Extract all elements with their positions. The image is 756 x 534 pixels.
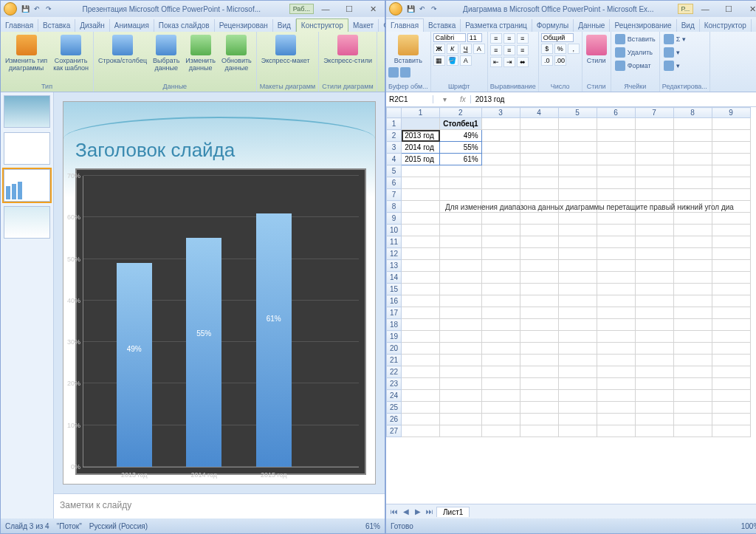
- maximize-button[interactable]: ☐: [340, 4, 358, 14]
- cell[interactable]: [520, 402, 558, 414]
- cell[interactable]: [635, 236, 673, 248]
- cell[interactable]: [520, 414, 558, 425]
- tab-design[interactable]: Дизайн: [75, 19, 110, 32]
- undo-icon[interactable]: ↶: [417, 4, 427, 14]
- row-header[interactable]: 11: [387, 236, 402, 248]
- cell[interactable]: [597, 295, 635, 307]
- font-color-button[interactable]: A: [460, 55, 472, 66]
- col-header[interactable]: 9: [712, 108, 750, 118]
- cell[interactable]: [712, 213, 750, 225]
- row-header[interactable]: 26: [387, 414, 402, 425]
- edit-data-button[interactable]: Изменить данные: [184, 33, 217, 83]
- refresh-data-button[interactable]: Обновить данные: [220, 33, 253, 83]
- cell[interactable]: [440, 177, 482, 189]
- cell[interactable]: [673, 272, 712, 284]
- slide-thumb-3[interactable]: 3: [4, 169, 50, 202]
- cell[interactable]: 49%: [440, 130, 482, 142]
- cell[interactable]: [558, 402, 597, 414]
- cell[interactable]: [440, 307, 482, 319]
- cell[interactable]: [481, 402, 520, 414]
- row-header[interactable]: 14: [387, 272, 402, 284]
- formula-input[interactable]: 2013 год: [471, 95, 756, 103]
- cell[interactable]: [597, 272, 635, 284]
- cell[interactable]: [712, 236, 750, 248]
- col-header[interactable]: 8: [673, 108, 712, 118]
- cell[interactable]: [402, 343, 440, 355]
- cell[interactable]: [520, 295, 558, 307]
- cell[interactable]: [597, 225, 635, 236]
- cell[interactable]: [712, 402, 750, 414]
- cell[interactable]: [440, 402, 482, 414]
- cell[interactable]: [402, 390, 440, 402]
- cell[interactable]: [402, 307, 440, 319]
- cell[interactable]: [481, 189, 520, 201]
- cell[interactable]: [597, 189, 635, 201]
- border-button[interactable]: ▦: [433, 55, 445, 66]
- tab-review[interactable]: Рецензирование: [610, 19, 676, 32]
- autosum-button[interactable]: Σ ▾: [662, 33, 707, 45]
- font-size[interactable]: 11: [467, 33, 482, 42]
- cell[interactable]: [481, 225, 520, 236]
- cell[interactable]: [712, 355, 750, 366]
- cell[interactable]: [635, 130, 673, 142]
- cell[interactable]: [712, 118, 750, 130]
- font-grow-icon[interactable]: A: [473, 44, 485, 54]
- row-header[interactable]: 20: [387, 343, 402, 355]
- underline-button[interactable]: Ч: [460, 44, 472, 54]
- cell[interactable]: [402, 272, 440, 284]
- cell[interactable]: Столбец1: [440, 118, 482, 130]
- cell[interactable]: [558, 319, 597, 331]
- tab-view[interactable]: Вид: [677, 19, 700, 32]
- cell[interactable]: [481, 366, 520, 378]
- col-header[interactable]: 3: [481, 108, 520, 118]
- col-header[interactable]: 5: [558, 108, 597, 118]
- cell[interactable]: [520, 225, 558, 236]
- cell[interactable]: [635, 248, 673, 260]
- cell[interactable]: [597, 154, 635, 165]
- tab-review[interactable]: Рецензирован: [215, 19, 273, 32]
- cell[interactable]: [673, 213, 712, 225]
- cut-icon[interactable]: [388, 67, 399, 78]
- cell[interactable]: [597, 177, 635, 189]
- cell[interactable]: [481, 284, 520, 295]
- slide-title[interactable]: Заголовок слайда: [75, 139, 235, 162]
- cell[interactable]: 2014 год: [402, 142, 440, 154]
- indent-dec-icon[interactable]: ⇤: [490, 57, 502, 67]
- cell[interactable]: [673, 307, 712, 319]
- row-header[interactable]: 12: [387, 248, 402, 260]
- cell[interactable]: [635, 307, 673, 319]
- cell[interactable]: [673, 165, 712, 177]
- sheet-nav-first[interactable]: ⏮: [389, 507, 399, 516]
- cell[interactable]: [481, 260, 520, 272]
- chart-bar[interactable]: 49%: [117, 263, 152, 467]
- cell[interactable]: [520, 213, 558, 225]
- cell[interactable]: 55%: [440, 142, 482, 154]
- cell[interactable]: [597, 118, 635, 130]
- cell[interactable]: [712, 378, 750, 390]
- redo-icon[interactable]: ↷: [44, 4, 54, 14]
- cell[interactable]: [635, 390, 673, 402]
- cell[interactable]: [635, 284, 673, 295]
- cell[interactable]: [440, 331, 482, 343]
- cell[interactable]: [597, 213, 635, 225]
- slide-thumb-4[interactable]: 4: [4, 206, 50, 239]
- cell[interactable]: [481, 213, 520, 225]
- row-header[interactable]: 22: [387, 366, 402, 378]
- cell[interactable]: [635, 272, 673, 284]
- row-header[interactable]: 24: [387, 390, 402, 402]
- align-center-icon[interactable]: ≡: [504, 45, 515, 55]
- align-right-icon[interactable]: ≡: [517, 45, 529, 55]
- express-layout-button[interactable]: Экспресс-макет: [260, 33, 312, 83]
- fx-icon[interactable]: fx: [456, 95, 471, 103]
- cell[interactable]: [481, 307, 520, 319]
- row-header[interactable]: 15: [387, 284, 402, 295]
- cell[interactable]: [673, 425, 712, 437]
- cell[interactable]: [635, 154, 673, 165]
- cell[interactable]: [402, 165, 440, 177]
- cell[interactable]: [673, 284, 712, 295]
- cell[interactable]: [635, 414, 673, 425]
- cell[interactable]: [712, 319, 750, 331]
- tab-slideshow[interactable]: Показ слайдов: [154, 19, 215, 32]
- undo-icon[interactable]: ↶: [32, 4, 42, 14]
- cell[interactable]: [597, 425, 635, 437]
